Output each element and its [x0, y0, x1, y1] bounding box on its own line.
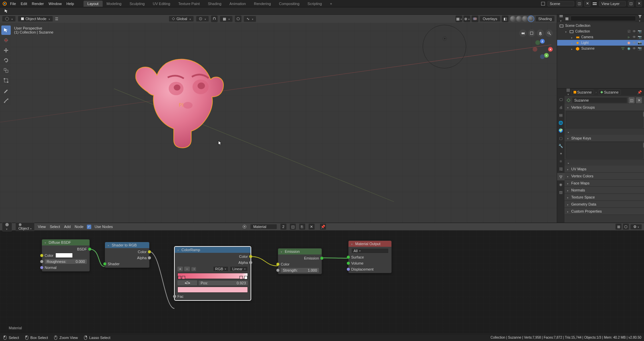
ptab-data[interactable]: ▽ — [557, 173, 565, 180]
nav-camera-icon[interactable] — [519, 30, 527, 37]
material-copy-icon[interactable]: ⎘ — [299, 224, 305, 230]
ramp-colormode[interactable]: RGB — [213, 266, 229, 272]
material-slot-icon[interactable] — [242, 224, 247, 229]
crumb-mesh[interactable]: Suzanne — [598, 90, 621, 95]
material-new-icon[interactable]: ◫ — [290, 224, 296, 230]
node-diffuse-bsdf[interactable]: Diffuse BSDF BSDF Color Roughness:0.000 … — [42, 239, 90, 272]
tab-compositing[interactable]: Compositing — [275, 1, 304, 7]
pivot-selector[interactable] — [196, 16, 209, 22]
outliner-search[interactable] — [571, 16, 636, 21]
panel-uv-maps[interactable]: UV Maps — [565, 166, 644, 173]
tab-texpaint[interactable]: Texture Paint — [174, 1, 204, 7]
tab-sculpting[interactable]: Sculpting — [125, 1, 149, 7]
material-pin-icon[interactable]: 📌 — [320, 224, 326, 230]
menu-render[interactable]: Render — [32, 2, 44, 6]
render-icon[interactable]: 📷 — [638, 41, 642, 45]
shader-type-icon[interactable]: Object — [15, 222, 35, 231]
axis-z[interactable]: Z — [540, 39, 545, 44]
ne-menu-view[interactable]: View — [38, 225, 46, 229]
tree-camera[interactable]: Camera ▹ 👁📷 — [557, 34, 644, 40]
material-name[interactable]: Material — [250, 224, 277, 229]
outliner-type-icon[interactable] — [559, 14, 563, 22]
tool-select-box[interactable] — [1, 25, 11, 35]
orientation-selector[interactable]: Global — [169, 16, 194, 22]
nav-zoom-icon[interactable] — [545, 30, 553, 37]
ptab-modifier[interactable]: 🔧 — [557, 142, 565, 150]
strength-field[interactable]: Strength:1.000 — [281, 268, 319, 273]
panel-custom-properties[interactable]: Custom Properties — [565, 208, 644, 215]
material-unlink-icon[interactable]: ✕ — [309, 224, 315, 230]
nav-perspective-icon[interactable] — [528, 30, 535, 37]
axis-x[interactable]: X — [548, 47, 553, 52]
light-object[interactable] — [423, 25, 466, 68]
shading-wire-icon[interactable] — [510, 16, 516, 22]
menu-edit[interactable]: Edit — [21, 2, 27, 6]
shading-lookdev-icon[interactable] — [522, 16, 528, 22]
menu-window[interactable]: Window — [49, 2, 62, 6]
node-colorramp[interactable]: ColorRamp Color Alpha + − RGB Linear ◂2▸… — [174, 246, 251, 300]
node-material-output[interactable]: Material Output All Surface Volume Displ… — [348, 240, 392, 273]
ptab-physics[interactable]: ⚛ — [557, 158, 565, 165]
viewlayer-new-icon[interactable]: ◫ — [628, 1, 634, 7]
snap-icon[interactable]: ⬡ — [623, 224, 629, 230]
editor-type-icon[interactable] — [2, 222, 12, 231]
ne-menu-add[interactable]: Add — [64, 225, 71, 229]
ptab-world[interactable]: 🌍 — [557, 127, 565, 134]
tab-rendering[interactable]: Rendering — [250, 1, 275, 7]
pin-icon[interactable]: 📌 — [637, 90, 642, 95]
tab-scripting[interactable]: Scripting — [304, 1, 326, 7]
tab-modeling[interactable]: Modeling — [103, 1, 126, 7]
tab-shading[interactable]: Shading — [204, 1, 225, 7]
ptab-render[interactable]: 🖵 — [557, 96, 565, 103]
ramp-color-swatch[interactable] — [177, 287, 248, 293]
shading-solid-icon[interactable] — [516, 16, 522, 22]
panel-geometry-data[interactable]: Geometry Data — [565, 201, 644, 208]
expand-icon[interactable] — [571, 41, 574, 45]
expand-icon[interactable] — [568, 130, 571, 134]
tool-rotate[interactable] — [1, 56, 11, 65]
restrict-icon[interactable]: ☑ — [628, 30, 632, 33]
suzanne-object[interactable] — [127, 53, 228, 151]
node-emission[interactable]: Emission Emission Color Strength:1.000 — [278, 248, 322, 274]
eye-icon[interactable]: 👁 — [633, 35, 637, 39]
node-shader-to-rgb[interactable]: Shader to RGB Color Alpha Shader — [105, 242, 150, 268]
datablock-unlink-icon[interactable]: ✕ — [636, 97, 642, 103]
tree-suzanne[interactable]: Suzanne ▽ ◉ 👁📷 — [557, 46, 644, 51]
ne-menu-select[interactable]: Select — [50, 225, 60, 229]
viewlayer-selector[interactable]: View Layer — [599, 1, 626, 6]
ptab-object[interactable]: ▢ — [557, 134, 565, 142]
scene-delete-icon[interactable]: ✕ — [584, 1, 590, 7]
ramp-add-icon[interactable]: + — [177, 267, 183, 271]
tool-scale[interactable] — [1, 66, 11, 75]
ne-options-icon[interactable]: ⚙ — [630, 224, 642, 230]
tab-uv[interactable]: UV Editing — [149, 1, 174, 7]
snap-toggle-icon[interactable] — [211, 15, 218, 22]
ptab-constraint[interactable]: ⛓ — [557, 165, 565, 173]
axis-gizmo[interactable]: X Y Z — [533, 39, 553, 59]
tab-animation[interactable]: Animation — [225, 1, 250, 7]
menu-toggle-icon[interactable]: ☰ — [55, 17, 58, 21]
axis-y[interactable]: Y — [544, 53, 549, 58]
eye-icon[interactable]: 👁 — [633, 47, 637, 50]
scene-selector[interactable]: Scene — [547, 1, 574, 6]
expand-icon[interactable] — [565, 30, 568, 34]
tool-move[interactable] — [1, 46, 11, 55]
ramp-tools-icon[interactable] — [191, 267, 196, 271]
editor-type-icon[interactable] — [2, 16, 16, 22]
gizmo-toggle-icon[interactable]: ⊕ — [464, 15, 470, 22]
node-editor[interactable]: Object View Select Add Node ✓ Use Nodes … — [0, 223, 644, 333]
tab-add[interactable]: + — [326, 1, 336, 7]
material-users[interactable]: 2 — [280, 224, 286, 230]
colorramp-gradient[interactable] — [177, 273, 248, 279]
expand-icon[interactable] — [568, 161, 571, 165]
cursor-tool-icon[interactable] — [4, 9, 9, 13]
panel-vertex-groups[interactable]: Vertex Groups — [565, 104, 644, 111]
mode-selector[interactable]: Object Mode — [18, 16, 53, 22]
tree-light[interactable]: Light ◉ 👁📷 — [557, 40, 644, 46]
overlays-dropdown[interactable]: Overlays — [480, 16, 500, 22]
panel-texture-space[interactable]: Texture Space — [565, 194, 644, 201]
datablock-users-icon[interactable]: ◫ — [629, 97, 635, 103]
prop-type-icon[interactable] — [567, 89, 570, 96]
ptab-particle[interactable]: ✦ — [557, 150, 565, 157]
viewlayer-delete-icon[interactable]: ✕ — [636, 1, 642, 7]
